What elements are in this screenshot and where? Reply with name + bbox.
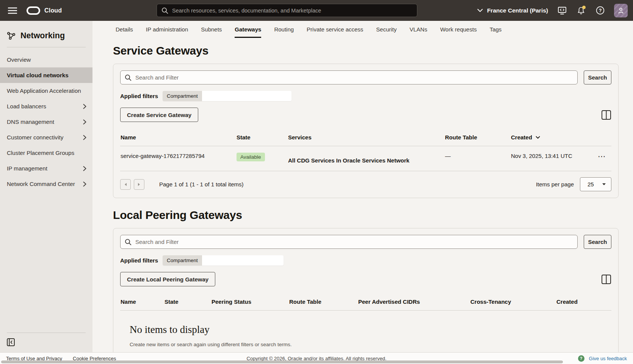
- sidebar-item-dns-management[interactable]: DNS management: [0, 114, 92, 130]
- sg-compartment-filter-chip[interactable]: Compartment: [163, 91, 291, 101]
- pagination-status: Page 1 of 1 (1 - 1 of 1 total items): [159, 181, 244, 187]
- sg-row-services[interactable]: All CDG Services In Oracle Services Netw…: [288, 153, 445, 164]
- vcn-tab-bar: Details IP administration Subnets Gatewa…: [92, 21, 633, 38]
- region-selector[interactable]: France Central (Paris): [477, 7, 548, 14]
- notifications-bell-icon[interactable]: [576, 6, 586, 16]
- lpg-col-state[interactable]: State: [165, 298, 212, 305]
- product-name: Cloud: [44, 7, 62, 14]
- tab-private-service-access[interactable]: Private service access: [307, 21, 363, 38]
- lpg-col-cross-tenancy[interactable]: Cross-Tenancy: [470, 298, 556, 305]
- sg-col-state[interactable]: State: [237, 134, 288, 141]
- create-service-gateway-button[interactable]: Create Service Gateway: [120, 108, 198, 122]
- lpg-compartment-filter-value: [202, 255, 284, 266]
- oracle-logo-icon: [27, 6, 40, 15]
- service-gateways-title: Service Gateways: [113, 44, 619, 57]
- tab-details[interactable]: Details: [116, 21, 133, 38]
- networking-icon: [7, 31, 16, 40]
- lpg-applied-filters-label: Applied filters: [120, 257, 158, 264]
- sidebar-divider: [7, 47, 86, 47]
- chevron-right-icon: [83, 119, 86, 125]
- tab-ip-administration[interactable]: IP administration: [146, 21, 188, 38]
- lpg-compartment-filter-chip[interactable]: Compartment: [163, 255, 284, 266]
- sg-col-name[interactable]: Name: [121, 134, 237, 141]
- sg-pagination: Page 1 of 1 (1 - 1 of 1 total items) Ite…: [120, 171, 611, 191]
- tab-gateways[interactable]: Gateways: [235, 21, 261, 38]
- sidebar-item-virtual-cloud-networks[interactable]: Virtual cloud networks: [0, 67, 92, 83]
- tab-vlans[interactable]: VLANs: [410, 21, 428, 38]
- chevron-down-icon: [477, 9, 483, 12]
- sg-search-button[interactable]: Search: [584, 70, 611, 84]
- lpg-col-name[interactable]: Name: [121, 298, 165, 305]
- local-peering-gateways-title: Local Peering Gateways: [113, 209, 619, 222]
- tab-subnets[interactable]: Subnets: [201, 21, 222, 38]
- sidebar-item-overview[interactable]: Overview: [0, 52, 92, 67]
- service-gateways-table: Name State Services Route Table Created …: [120, 130, 611, 191]
- status-badge: Available: [237, 153, 265, 161]
- global-search[interactable]: [157, 4, 417, 17]
- empty-state-subtitle: Create new items or search again using d…: [130, 342, 611, 347]
- sg-column-settings-icon[interactable]: [601, 109, 611, 120]
- items-per-page-select[interactable]: 25: [580, 177, 611, 191]
- chevron-right-icon: [83, 181, 86, 187]
- sg-row-name: service-gateway-1762177285794: [121, 153, 237, 159]
- give-feedback-link[interactable]: Give us feedback: [589, 356, 627, 361]
- sg-row-created: Nov 3, 2025, 13:41 UTC: [511, 153, 598, 159]
- tab-work-requests[interactable]: Work requests: [440, 21, 476, 38]
- row-actions-menu-icon[interactable]: ⋯: [598, 153, 606, 160]
- sg-col-route-table[interactable]: Route Table: [445, 134, 511, 141]
- create-local-peering-gateway-button[interactable]: Create Local Peering Gateway: [120, 272, 215, 286]
- notification-dot: [582, 6, 586, 9]
- sg-search-filter[interactable]: [120, 70, 578, 84]
- local-peering-gateways-card: Search Applied filters Compartment Creat…: [113, 228, 619, 352]
- region-label: France Central (Paris): [487, 7, 548, 14]
- items-per-page-label: Items per page: [536, 181, 574, 187]
- search-icon: [161, 7, 168, 14]
- service-gateways-card: Search Applied filters Compartment Creat…: [113, 64, 619, 198]
- hamburger-menu-icon[interactable]: [8, 6, 17, 16]
- lpg-search-input[interactable]: [135, 239, 573, 245]
- empty-state-title: No items to display: [130, 324, 611, 336]
- sidebar-item-ip-management[interactable]: IP management: [0, 161, 92, 176]
- search-icon: [125, 74, 132, 81]
- sg-row-route-table: —: [445, 153, 511, 159]
- sidebar-item-network-command-center[interactable]: Network Command Center: [0, 176, 92, 192]
- lpg-search-filter[interactable]: [120, 235, 578, 249]
- sidebar-item-load-balancers[interactable]: Load balancers: [0, 98, 92, 114]
- lpg-col-route-table[interactable]: Route Table: [289, 298, 358, 305]
- sg-compartment-filter-value: [202, 91, 291, 101]
- chevron-right-icon: [83, 166, 86, 171]
- collapse-sidebar-icon[interactable]: [0, 333, 23, 352]
- sg-applied-filters-label: Applied filters: [120, 93, 158, 99]
- lpg-col-created[interactable]: Created: [556, 298, 611, 305]
- sg-search-input[interactable]: [135, 74, 573, 81]
- feedback-help-icon[interactable]: ?: [578, 355, 584, 362]
- lpg-col-peering-status[interactable]: Peering Status: [212, 298, 289, 305]
- main-content: Service Gateways Search Applied filters …: [92, 38, 633, 352]
- svg-text:?: ?: [599, 8, 602, 13]
- chevron-right-icon: [83, 135, 86, 140]
- sidebar: Networking Overview Virtual cloud networ…: [0, 21, 92, 352]
- lpg-search-button[interactable]: Search: [584, 235, 611, 249]
- chevron-right-icon: [83, 104, 86, 109]
- cloud-shell-icon[interactable]: [557, 6, 567, 16]
- sg-col-created[interactable]: Created: [511, 134, 598, 141]
- empty-state: No items to display Create new items or …: [120, 311, 611, 352]
- sidebar-title: Networking: [20, 31, 65, 41]
- help-icon[interactable]: ?: [595, 6, 605, 16]
- search-icon: [125, 239, 132, 245]
- tab-tags[interactable]: Tags: [490, 21, 502, 38]
- pagination-next-button[interactable]: [134, 179, 144, 190]
- lpg-column-settings-icon[interactable]: [601, 274, 611, 284]
- sg-col-services[interactable]: Services: [288, 134, 445, 141]
- sidebar-item-web-application-acceleration[interactable]: Web Application Acceleration: [0, 83, 92, 98]
- horizontal-scrollbar[interactable]: [1, 361, 563, 363]
- tab-routing[interactable]: Routing: [274, 21, 294, 38]
- pagination-prev-button[interactable]: [120, 179, 131, 190]
- user-avatar[interactable]: [614, 4, 628, 17]
- sidebar-item-cluster-placement-groups[interactable]: Cluster Placement Groups: [0, 145, 92, 161]
- local-peering-gateways-table: Name State Peering Status Route Table Pe…: [120, 295, 611, 352]
- global-search-input[interactable]: [172, 8, 412, 14]
- sidebar-item-customer-connectivity[interactable]: Customer connectivity: [0, 130, 92, 145]
- lpg-col-peer-advertised-cidrs[interactable]: Peer Advertised CIDRs: [358, 298, 470, 305]
- tab-security[interactable]: Security: [376, 21, 396, 38]
